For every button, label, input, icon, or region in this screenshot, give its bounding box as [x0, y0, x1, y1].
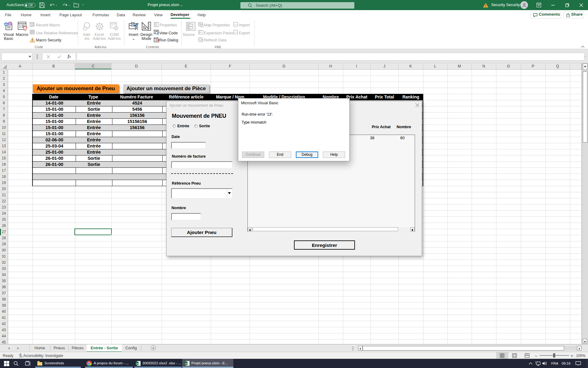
svg-text:x: x	[136, 362, 138, 365]
svg-text:<?>: <?>	[234, 31, 238, 34]
svg-text:x: x	[185, 362, 187, 365]
svg-text:<o>: <o>	[199, 31, 202, 33]
svg-text:<?>: <?>	[234, 23, 238, 26]
